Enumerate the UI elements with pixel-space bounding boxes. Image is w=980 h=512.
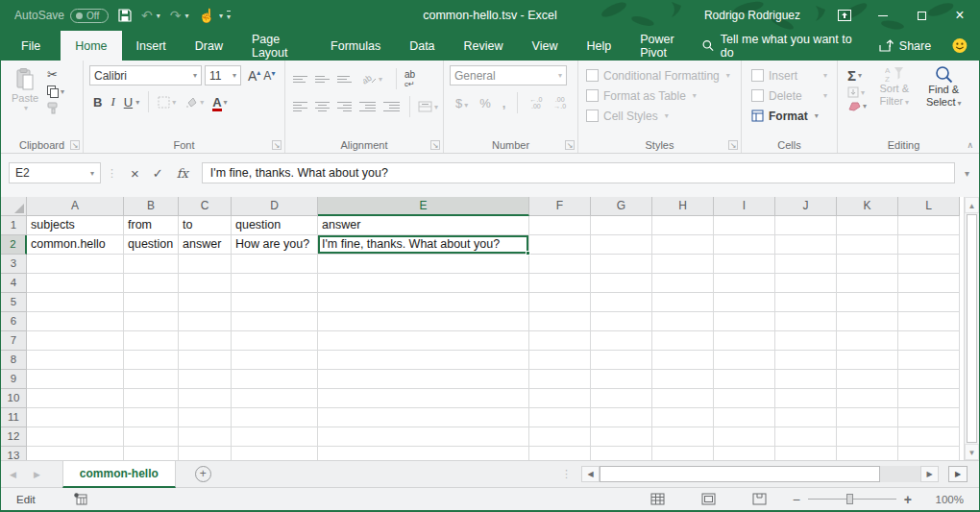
- wrap-text-button[interactable]: abc↵: [404, 70, 415, 88]
- cell-K10[interactable]: [837, 389, 898, 408]
- number-dialog-launcher-icon[interactable]: ↘: [565, 140, 575, 150]
- cell-E4[interactable]: [318, 274, 529, 293]
- cell-F6[interactable]: [529, 312, 591, 331]
- cell-G1[interactable]: [591, 216, 652, 235]
- cell-J3[interactable]: [775, 255, 837, 274]
- align-left-icon[interactable]: [293, 102, 307, 111]
- autosum-button[interactable]: Σ ▾: [847, 67, 867, 84]
- merge-center-button[interactable]: ▾: [418, 101, 438, 112]
- cell-E1[interactable]: answer: [318, 216, 529, 235]
- cell-I5[interactable]: [714, 293, 775, 312]
- cell-A8[interactable]: [27, 351, 124, 370]
- column-header-K[interactable]: K: [837, 197, 898, 216]
- cell-C10[interactable]: [179, 389, 232, 408]
- cell-I1[interactable]: [714, 216, 775, 235]
- cell-H1[interactable]: [652, 216, 714, 235]
- cell-E13[interactable]: [318, 447, 529, 460]
- column-header-L[interactable]: L: [898, 197, 960, 216]
- align-bottom-icon[interactable]: [337, 76, 352, 83]
- cell-C4[interactable]: [179, 274, 232, 293]
- zoom-slider-thumb[interactable]: [846, 494, 853, 504]
- cell-D12[interactable]: [232, 427, 318, 447]
- cell-A10[interactable]: [27, 389, 124, 408]
- column-header-C[interactable]: C: [179, 197, 232, 216]
- touch-mode-caret-icon[interactable]: ▾: [219, 12, 223, 20]
- tab-file[interactable]: File: [1, 31, 61, 61]
- minimize-button[interactable]: [864, 0, 902, 31]
- page-layout-view-button[interactable]: [701, 493, 716, 505]
- tab-home[interactable]: Home: [61, 31, 121, 61]
- styles-dialog-launcher-icon[interactable]: ↘: [728, 140, 738, 150]
- align-right-icon[interactable]: [337, 102, 352, 111]
- cell-B6[interactable]: [124, 312, 179, 331]
- cell-D5[interactable]: [232, 293, 318, 312]
- cell-C2[interactable]: answer: [179, 235, 232, 255]
- align-middle-icon[interactable]: [315, 76, 330, 83]
- cell-A2[interactable]: common.hello: [27, 235, 124, 255]
- find-select-button[interactable]: Find & Select▾: [922, 65, 966, 111]
- currency-format-button[interactable]: $▾: [455, 96, 468, 110]
- insert-function-icon[interactable]: fx: [177, 166, 188, 181]
- grow-font-button[interactable]: A▴: [248, 68, 260, 84]
- italic-button[interactable]: I: [110, 94, 114, 110]
- cell-E9[interactable]: [318, 370, 529, 389]
- row-header-9[interactable]: 9: [1, 370, 27, 389]
- format-cells-button[interactable]: Format ▾: [751, 106, 833, 126]
- user-name[interactable]: Rodrigo Rodriguez: [704, 9, 800, 22]
- cell-E3[interactable]: [318, 255, 529, 274]
- cancel-entry-icon[interactable]: ×: [131, 165, 139, 182]
- cell-D10[interactable]: [232, 389, 318, 408]
- cut-icon[interactable]: ✂: [47, 68, 64, 82]
- cell-G7[interactable]: [591, 331, 652, 351]
- font-dialog-launcher-icon[interactable]: ↘: [272, 140, 282, 150]
- redo-icon[interactable]: ↷: [170, 0, 182, 31]
- cell-E7[interactable]: [318, 331, 529, 351]
- cell-C3[interactable]: [179, 255, 232, 274]
- conditional-formatting-button[interactable]: Conditional Formatting ▾: [586, 65, 737, 85]
- cell-H3[interactable]: [652, 255, 714, 274]
- cell-J4[interactable]: [775, 274, 837, 293]
- last-sheet-icon[interactable]: ▶: [948, 466, 968, 482]
- cell-H11[interactable]: [652, 408, 714, 427]
- tab-review[interactable]: Review: [450, 31, 518, 61]
- cell-F8[interactable]: [529, 351, 591, 370]
- cell-styles-button[interactable]: Cell Styles ▾: [586, 106, 737, 126]
- shrink-font-button[interactable]: A▾: [263, 69, 275, 83]
- cell-J5[interactable]: [775, 293, 837, 312]
- orientation-button[interactable]: ab ▾: [363, 73, 382, 85]
- column-header-I[interactable]: I: [714, 197, 775, 216]
- cell-F2[interactable]: [529, 235, 591, 255]
- cell-B12[interactable]: [124, 427, 179, 447]
- cell-A13[interactable]: [27, 447, 124, 460]
- cell-I6[interactable]: [714, 312, 775, 331]
- paste-button[interactable]: Paste ▾: [7, 68, 43, 112]
- cell-E5[interactable]: [318, 293, 529, 312]
- zoom-out-icon[interactable]: −: [793, 492, 800, 507]
- cell-A11[interactable]: [27, 408, 124, 427]
- cell-L4[interactable]: [898, 274, 960, 293]
- sort-filter-button[interactable]: AZ Sort & Filter▾: [872, 65, 916, 111]
- prev-sheet-icon[interactable]: ◀: [1, 470, 25, 479]
- tab-power-pivot[interactable]: Power Pivot: [625, 31, 702, 61]
- cell-I13[interactable]: [714, 447, 775, 460]
- cell-F3[interactable]: [529, 255, 591, 274]
- decrease-decimal-button[interactable]: .00→.0: [553, 96, 566, 110]
- fill-button[interactable]: ▾: [847, 86, 867, 98]
- cell-L8[interactable]: [898, 351, 960, 370]
- insert-cells-button[interactable]: Insert ▾: [751, 65, 833, 85]
- cell-C1[interactable]: to: [179, 216, 232, 235]
- cell-H9[interactable]: [652, 370, 714, 389]
- cell-J11[interactable]: [775, 408, 837, 427]
- cell-E11[interactable]: [318, 408, 529, 427]
- cell-K6[interactable]: [837, 312, 898, 331]
- cell-E8[interactable]: [318, 351, 529, 370]
- column-header-E[interactable]: E: [318, 197, 529, 216]
- formula-bar-divider-icon[interactable]: ⋮: [107, 167, 117, 180]
- sheetbar-divider-icon[interactable]: ⋮: [551, 468, 581, 480]
- cell-D9[interactable]: [232, 370, 318, 389]
- cell-C5[interactable]: [179, 293, 232, 312]
- new-sheet-button[interactable]: +: [195, 466, 211, 482]
- cell-J6[interactable]: [775, 312, 837, 331]
- bold-button[interactable]: B: [93, 95, 102, 110]
- zoom-slider[interactable]: [808, 499, 896, 500]
